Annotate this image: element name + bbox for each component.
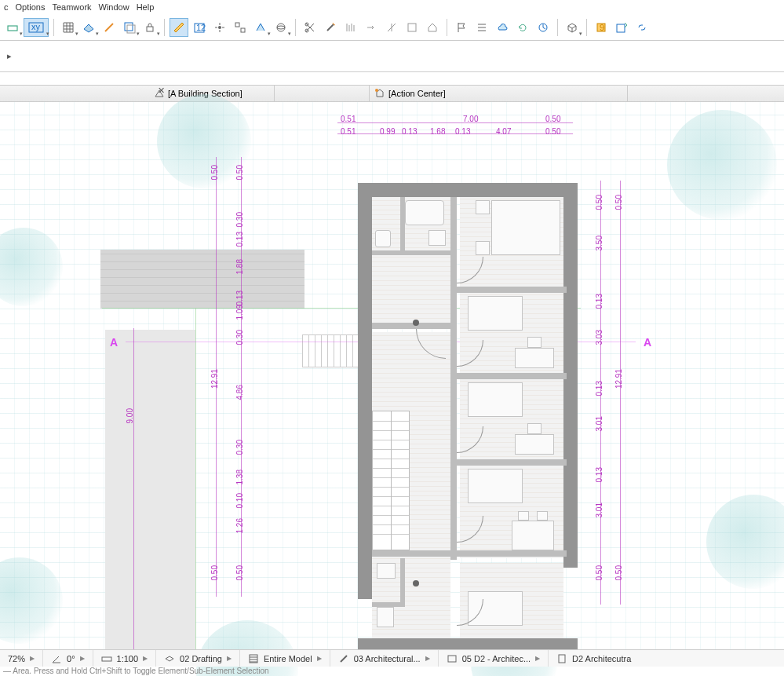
svg-rect-23 — [448, 656, 456, 662]
svg-rect-24 — [559, 655, 565, 663]
link-button[interactable] — [633, 18, 651, 37]
menu-item[interactable]: Help — [134, 2, 157, 12]
coord-button[interactable]: xy — [24, 18, 49, 37]
dim-label: 0.13 — [595, 294, 603, 309]
fillet-button[interactable] — [403, 18, 421, 37]
node-button[interactable] — [210, 18, 229, 37]
dim-label: 0.50 — [210, 165, 219, 180]
sphere-button[interactable] — [272, 18, 290, 37]
dim-label: 0.50 — [210, 565, 219, 580]
svg-rect-3 — [125, 23, 133, 31]
arch-cell[interactable]: 03 Architectural...▶ — [330, 650, 439, 667]
dim-label: 0.50 — [614, 565, 623, 580]
drawing-canvas[interactable]: A A 0.51 7.00 0.50 0.51 0.99 0.13 1.68 0… — [0, 102, 784, 652]
dim-label: 3.50 — [595, 236, 603, 250]
layer-cell[interactable]: 02 Drafting▶ — [156, 650, 240, 667]
staircase — [372, 411, 410, 550]
trim-button[interactable] — [382, 18, 401, 37]
measure-button[interactable] — [170, 18, 188, 37]
tab-action-center[interactable]: [Action Center] — [369, 86, 628, 101]
morph-button[interactable] — [251, 18, 270, 37]
angle-icon — [51, 653, 62, 664]
object-button[interactable] — [563, 18, 582, 37]
svg-text:9: 9 — [600, 23, 604, 32]
dim-label: 0.99 — [380, 127, 395, 136]
dim-label: 0.50 — [545, 115, 560, 123]
model-cell[interactable]: Entire Model▶ — [240, 650, 330, 667]
dim-label: 12.91 — [210, 369, 219, 389]
shrub — [667, 110, 777, 220]
toilet — [375, 230, 391, 247]
dim-label: 0.13 — [595, 467, 603, 482]
hint-bar: — Area. Press and Hold Ctrl+Shift to Tog… — [0, 667, 269, 676]
dim-label: 1.09 — [235, 305, 244, 320]
dim-label: 1.38 — [235, 470, 244, 484]
menu-item[interactable]: Window — [97, 2, 132, 12]
dim-label: 0.50 — [235, 565, 244, 580]
section-marker-right: A — [644, 336, 651, 349]
view-cell[interactable]: 05 D2 - Architec...▶ — [439, 650, 549, 667]
trace-button[interactable] — [120, 18, 139, 37]
menu-item[interactable]: c — [2, 2, 11, 12]
dim-label: 4.86 — [235, 385, 244, 400]
svg-rect-9 — [235, 23, 239, 27]
chair — [518, 511, 529, 521]
extend-button[interactable] — [362, 18, 381, 37]
status-bar: 72%▶ 0°▶ 1:100▶ 02 Drafting▶ Entire Mode… — [0, 649, 784, 667]
sync-button[interactable] — [534, 18, 552, 37]
dim-label: 0.30 — [235, 330, 244, 345]
pen-icon — [338, 653, 349, 664]
dim-label: 0.10 — [235, 493, 244, 508]
plane-button[interactable] — [79, 18, 98, 37]
refresh-button[interactable] — [513, 18, 532, 37]
arrow-dropdown[interactable]: ▸ — [3, 47, 16, 66]
dim-label: 0.30 — [235, 440, 244, 455]
angle-cell[interactable]: 0°▶ — [43, 650, 93, 667]
info-toolbar: ▸ — [0, 41, 784, 72]
pathway — [105, 330, 195, 656]
close-tab-button[interactable]: ✕ — [152, 86, 170, 96]
menu-item[interactable]: Teamwork — [49, 2, 93, 12]
import-button[interactable] — [612, 18, 631, 37]
cut-button[interactable] — [301, 18, 319, 37]
renovation-button[interactable]: 9 — [592, 18, 611, 37]
grid-button[interactable] — [59, 18, 78, 37]
dim-label: 7.00 — [463, 115, 478, 123]
tab-label: [Action Center] — [388, 89, 446, 98]
svg-rect-0 — [8, 26, 17, 31]
align-button[interactable] — [341, 18, 360, 37]
dim-label: 0.50 — [545, 127, 560, 136]
zoom-cell[interactable]: 72%▶ — [0, 650, 43, 667]
bed — [468, 469, 523, 503]
bathtub — [405, 200, 444, 225]
calendar-button[interactable]: 12 — [190, 18, 209, 37]
flag-button[interactable] — [452, 18, 471, 37]
dim-label: 0.50 — [595, 195, 603, 210]
desk — [515, 348, 554, 368]
dim-label: 0.13 — [235, 290, 244, 305]
menubar: c Options Teamwork Window Help — [0, 0, 784, 14]
guide-button[interactable] — [100, 18, 119, 37]
dim-label: 0.51 — [341, 115, 356, 123]
svg-rect-4 — [127, 25, 135, 33]
cloud-button[interactable] — [493, 18, 512, 37]
home-button[interactable] — [423, 18, 442, 37]
dim-label: 0.50 — [614, 195, 623, 210]
model-icon — [248, 653, 259, 664]
dim-label: 3.03 — [595, 330, 603, 345]
bed — [468, 296, 523, 331]
list-button[interactable] — [472, 18, 491, 37]
dim-label: 0.13 — [402, 127, 417, 136]
dim-label: 0.50 — [235, 165, 244, 180]
sheet-cell[interactable]: D2 Architecutra — [549, 650, 639, 667]
layer-button[interactable] — [3, 18, 22, 37]
scale-cell[interactable]: 1:100▶ — [93, 650, 157, 667]
dim-label: 1.68 — [430, 127, 445, 136]
svg-text:xy: xy — [31, 22, 41, 31]
group-button[interactable] — [231, 18, 250, 37]
menu-item[interactable]: Options — [13, 2, 48, 12]
lock-button[interactable] — [140, 18, 159, 37]
wand-button[interactable] — [321, 18, 340, 37]
dim-label: 1.26 — [235, 518, 244, 533]
desk — [515, 434, 554, 455]
